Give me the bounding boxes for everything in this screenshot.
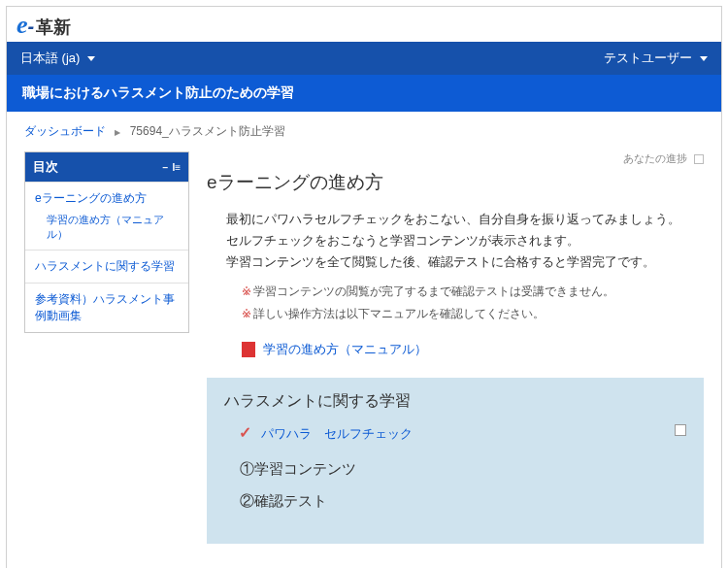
logo-row: e - 革新 xyxy=(7,7,721,42)
intro-p3: 学習コンテンツを全て閲覧した後、確認テストに合格すると学習完了です。 xyxy=(226,251,704,273)
intro-p2: セルフチェックをおこなうと学習コンテンツが表示されます。 xyxy=(226,230,704,251)
sidebar-link-harassment[interactable]: ハラスメントに関する学習 xyxy=(35,258,179,275)
completion-checkbox[interactable] xyxy=(675,424,686,436)
selfcheck-link[interactable]: パワハラ セルフチェック xyxy=(261,425,413,443)
logo: e - 革新 xyxy=(17,11,71,40)
intro-notes: ※学習コンテンツの閲覧が完了するまで確認テストは受講できません。 ※詳しい操作方… xyxy=(242,281,704,325)
chevron-down-icon xyxy=(87,56,95,61)
course-titlebar: 職場におけるハラスメント防止のための学習 xyxy=(7,75,721,112)
breadcrumb: ダッシュボード 75694_ハラスメント防止学習 xyxy=(7,112,721,151)
breadcrumb-dashboard[interactable]: ダッシュボード xyxy=(24,124,106,138)
sidebar: 目次 − I≡ eラーニングの進め方 学習の進め方（マニュアル） ハラスメントに… xyxy=(24,151,189,333)
sidebar-link-reference[interactable]: 参考資料）ハラスメント事例動画集 xyxy=(35,291,179,324)
collapse-icon[interactable]: − xyxy=(163,162,169,173)
panel-sub2: ②確認テスト xyxy=(240,492,686,511)
intro-note2: ※詳しい操作方法は以下マニュアルを確認してください。 xyxy=(242,303,704,325)
panel-heading: ハラスメントに関する学習 xyxy=(224,391,686,412)
breadcrumb-current: 75694_ハラスメント防止学習 xyxy=(130,124,285,138)
sidebar-sub-manual[interactable]: 学習の進め方（マニュアル） xyxy=(35,207,179,242)
harassment-panel: ハラスメントに関する学習 パワハラ セルフチェック ①学習コンテンツ ②確認テス… xyxy=(207,378,704,544)
course-title: 職場におけるハラスメント防止のための学習 xyxy=(22,84,294,100)
sidebar-item-harassment[interactable]: ハラスメントに関する学習 xyxy=(25,250,188,283)
main-layout: 目次 − I≡ eラーニングの進め方 学習の進め方（マニュアル） ハラスメントに… xyxy=(7,151,721,568)
progress-row: あなたの進捗 xyxy=(207,151,704,166)
check-icon xyxy=(240,427,253,441)
user-menu[interactable]: テストユーザー xyxy=(604,50,708,67)
intro-p1: 最初にパワハラセルフチェックをおこない、自分自身を振り返ってみましょう。 xyxy=(226,209,704,230)
sidebar-item-reference[interactable]: 参考資料）ハラスメント事例動画集 xyxy=(25,283,188,332)
note-star-icon: ※ xyxy=(242,307,251,320)
progress-label: あなたの進捗 xyxy=(623,152,687,164)
language-selector[interactable]: 日本語 (ja) xyxy=(20,50,95,67)
sidebar-controls: − I≡ xyxy=(163,162,181,173)
app-frame: e - 革新 日本語 (ja) テストユーザー 職場におけるハラスメント防止のた… xyxy=(6,6,722,568)
chevron-down-icon xyxy=(700,56,708,61)
navbar: 日本語 (ja) テストユーザー xyxy=(7,42,721,75)
pdf-icon xyxy=(242,342,255,357)
manual-link-row: 学習の進め方（マニュアル） xyxy=(242,341,704,358)
list-icon[interactable]: I≡ xyxy=(172,162,181,173)
panel-sub1: ①学習コンテンツ xyxy=(240,460,686,479)
progress-box-icon[interactable] xyxy=(694,154,704,164)
language-label: 日本語 (ja) xyxy=(20,50,80,67)
sidebar-title: 目次 xyxy=(33,158,58,176)
main-content: あなたの進捗 eラーニングの進め方 最初にパワハラセルフチェックをおこない、自分… xyxy=(207,151,704,568)
user-name: テストユーザー xyxy=(604,50,692,67)
manual-link[interactable]: 学習の進め方（マニュアル） xyxy=(263,341,427,358)
sidebar-header: 目次 − I≡ xyxy=(25,152,188,182)
sidebar-item-intro[interactable]: eラーニングの進め方 学習の進め方（マニュアル） xyxy=(25,182,188,250)
logo-kanji: 革新 xyxy=(36,16,71,39)
intro-heading: eラーニングの進め方 xyxy=(207,170,704,195)
note-star-icon: ※ xyxy=(242,284,251,298)
intro-note1: ※学習コンテンツの閲覧が完了するまで確認テストは受講できません。 xyxy=(242,281,704,303)
sidebar-link-intro[interactable]: eラーニングの進め方 xyxy=(35,190,179,207)
selfcheck-row: パワハラ セルフチェック xyxy=(240,425,686,443)
logo-dash: - xyxy=(28,16,35,38)
logo-e: e xyxy=(17,11,28,40)
intro-body: 最初にパワハラセルフチェックをおこない、自分自身を振り返ってみましょう。 セルフ… xyxy=(226,209,704,273)
breadcrumb-sep-icon xyxy=(115,124,120,138)
